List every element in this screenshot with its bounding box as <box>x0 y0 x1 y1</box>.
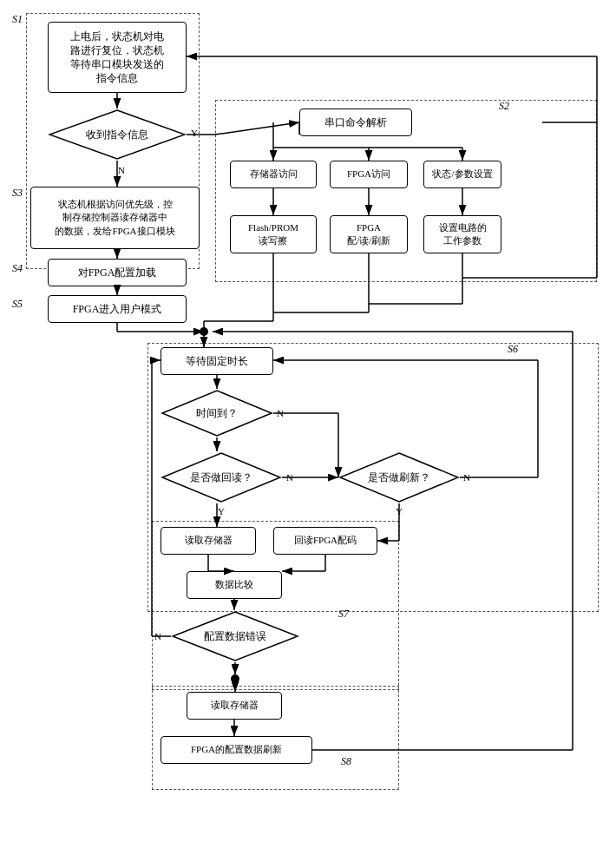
s6-label: S6 <box>508 343 518 356</box>
box-fpga-rw: FPGA 配/读/刷新 <box>330 215 408 253</box>
box-read-mem: 读取存储器 <box>161 527 256 555</box>
y-label-refresh: Y <box>396 506 403 516</box>
box-fpga-refresh: FPGA的配置数据刷新 <box>161 736 312 764</box>
box-poweron: 上电后，状态机对电 路进行复位，状态机 等待串口模块发送的 指令信息 <box>48 22 187 93</box>
box-fpga-access: FPGA访问 <box>330 161 408 188</box>
box-data-compare: 数据比较 <box>187 571 282 599</box>
diamond-readback: 是否做回读？ <box>161 451 282 503</box>
box-read-mem2: 读取存储器 <box>187 692 282 720</box>
merge-dot-top <box>200 327 208 336</box>
svg-marker-3 <box>340 453 458 502</box>
s2-label: S2 <box>499 100 509 113</box>
merge-dot-s7 <box>231 674 239 683</box>
n-label-refresh: N <box>463 472 470 483</box>
box-serial-parse: 串口命令解析 <box>299 108 412 136</box>
box-flash-prom: Flash/PROM 读写擦 <box>230 215 317 253</box>
box-wait: 等待固定时长 <box>161 347 273 375</box>
box-fpga-user: FPGA进入用户模式 <box>48 295 187 323</box>
s3-label: S3 <box>12 187 23 200</box>
s5-label: S5 <box>12 298 23 311</box>
y-label-time: Y <box>213 441 220 451</box>
svg-marker-0 <box>49 110 185 159</box>
s8-label: S8 <box>341 755 351 768</box>
flowchart-diagram: S1 S2 上电后，状态机对电 路进行复位，状态机 等待串口模块发送的 指令信息… <box>0 0 616 868</box>
box-state-read: 状态机根据访问优先级，控 制存储控制器读存储器中 的数据，发给FPGA接口模块 <box>30 187 200 249</box>
svg-marker-2 <box>162 453 280 502</box>
box-state-param: 状态/参数设置 <box>423 161 501 188</box>
y-label-readback: Y <box>218 506 225 516</box>
y-label-cmd: Y <box>191 128 198 138</box>
box-readback-fpga: 回读FPGA配码 <box>273 527 377 555</box>
n-label-cmd: N <box>118 165 125 175</box>
svg-marker-1 <box>162 391 272 436</box>
s4-label: S4 <box>12 262 23 275</box>
diamond-time: 时间到？ <box>161 389 273 437</box>
n-label-config-error: N <box>154 631 161 641</box>
box-fpga-load: 对FPGA配置加载 <box>48 259 187 286</box>
box-work-param: 设置电路的 工作参数 <box>423 215 501 253</box>
box-mem-access: 存储器访问 <box>230 161 317 188</box>
s1-label: S1 <box>12 13 23 26</box>
svg-marker-4 <box>173 612 298 661</box>
diamond-refresh: 是否做刷新？ <box>338 451 460 503</box>
diamond-config-error: 配置数据错误 <box>171 610 299 662</box>
diamond-cmd-received: 收到指令信息 <box>48 108 187 161</box>
n-label-readback: N <box>286 472 293 483</box>
n-label-time: N <box>277 408 284 418</box>
s7-label: S7 <box>338 608 349 621</box>
